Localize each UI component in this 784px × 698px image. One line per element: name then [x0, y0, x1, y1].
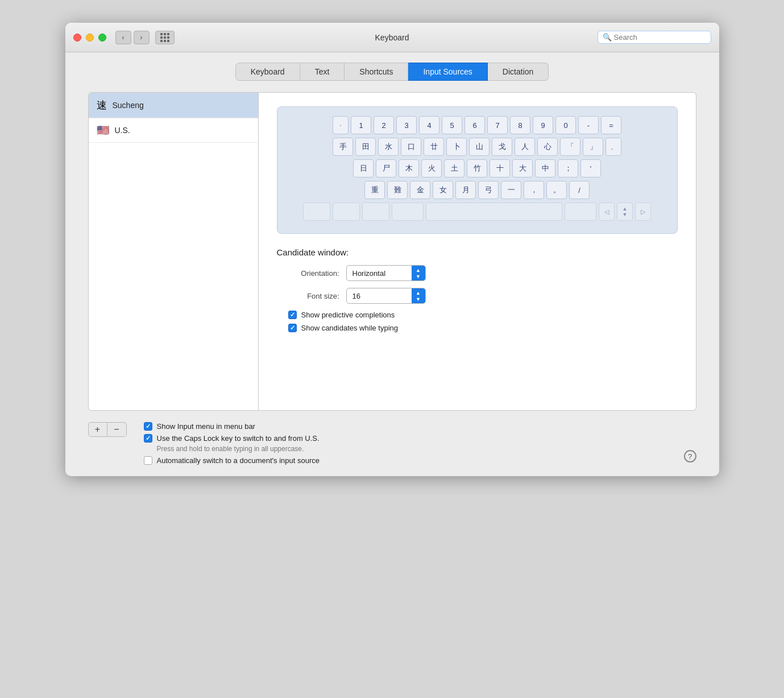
orientation-label: Orientation: [288, 269, 339, 278]
kbd-key-comma3[interactable]: ， [524, 181, 544, 199]
kbd-key-zhong2[interactable]: 重 [364, 181, 385, 199]
kbd-key-3[interactable]: 3 [396, 116, 417, 134]
kbd-key-tian[interactable]: 田 [355, 138, 376, 156]
font-size-select[interactable]: 16 ▲ ▼ [346, 288, 426, 304]
kbd-key-shan[interactable]: 山 [469, 138, 490, 156]
main-panel: · 1 2 3 4 5 6 7 8 9 0 - = 手 田 [259, 92, 696, 411]
content-area: 速 Sucheng 🇺🇸 U.S. · 1 2 3 4 5 6 [88, 92, 696, 411]
kbd-key-ri[interactable]: 日 [353, 159, 374, 177]
kbd-key-nv[interactable]: 女 [433, 181, 453, 199]
predictive-label: Show predictive completions [301, 311, 395, 319]
sucheng-label: Sucheng [113, 101, 144, 110]
kbd-key-0[interactable]: 0 [555, 116, 576, 134]
kbd-key-8[interactable]: 8 [510, 116, 530, 134]
kbd-row-1: · 1 2 3 4 5 6 7 8 9 0 - = [289, 116, 666, 134]
show-input-menu-checkbox[interactable]: ✓ [144, 422, 152, 431]
remove-input-button[interactable]: − [107, 422, 127, 437]
orientation-arrows[interactable]: ▲ ▼ [412, 266, 425, 280]
kbd-key-jin[interactable]: 金 [410, 181, 430, 199]
sidebar-item-sucheng[interactable]: 速 Sucheng [89, 93, 258, 118]
sidebar: 速 Sucheng 🇺🇸 U.S. [88, 92, 259, 411]
kbd-key-comma2[interactable]: 、 [605, 138, 621, 156]
kbd-key-9[interactable]: 9 [533, 116, 553, 134]
kbd-row-2: 手 田 水 口 廿 卜 山 戈 人 心 「 」 、 [289, 138, 666, 156]
font-size-arrows[interactable]: ▲ ▼ [412, 288, 425, 303]
sucheng-icon: 速 [97, 98, 107, 112]
grid-button[interactable] [155, 31, 175, 44]
predictive-checkbox[interactable]: ✓ [288, 311, 297, 319]
minimize-button[interactable] [86, 34, 94, 42]
kbd-key-nan[interactable]: 難 [387, 181, 408, 199]
add-input-button[interactable]: + [88, 422, 107, 437]
search-input[interactable] [614, 33, 706, 42]
main-window: ‹ › Keyboard 🔍 Keyboard Text Shortcuts I… [65, 23, 719, 476]
kbd-key-kou[interactable]: 口 [401, 138, 421, 156]
kbd-key-shi[interactable]: 尸 [376, 159, 396, 177]
candidates-typing-check-icon: ✓ [290, 324, 295, 332]
tab-input-sources[interactable]: Input Sources [408, 63, 487, 81]
kbd-key-semicolon[interactable]: ； [558, 159, 578, 177]
tab-shortcuts[interactable]: Shortcuts [345, 63, 408, 81]
kbd-key-rbracket[interactable]: 」 [583, 138, 603, 156]
kbd-key-up-down[interactable]: ▲ ▼ [617, 203, 633, 221]
caps-lock-checkbox[interactable]: ✓ [144, 434, 152, 443]
kbd-key-tu[interactable]: 土 [444, 159, 464, 177]
kbd-key-shi2[interactable]: 十 [490, 159, 510, 177]
kbd-key-dot[interactable]: · [333, 116, 349, 134]
kbd-key-period2[interactable]: 。 [546, 181, 567, 199]
orientation-select[interactable]: Horizontal ▲ ▼ [346, 265, 426, 281]
kbd-key-bu[interactable]: 卜 [446, 138, 467, 156]
tab-keyboard[interactable]: Keyboard [235, 63, 300, 81]
kbd-key-ctrl[interactable] [333, 203, 360, 221]
kbd-row-3: 日 尸 木 火 土 竹 十 大 中 ； ' [289, 159, 666, 177]
kbd-key-1[interactable]: 1 [351, 116, 371, 134]
kbd-key-mu[interactable]: 木 [399, 159, 419, 177]
kbd-key-space[interactable] [426, 203, 562, 221]
kbd-key-shou[interactable]: 手 [333, 138, 353, 156]
kbd-key-minus[interactable]: - [578, 116, 599, 134]
kbd-key-6[interactable]: 6 [464, 116, 485, 134]
kbd-key-lbracket[interactable]: 「 [560, 138, 580, 156]
orientation-row: Orientation: Horizontal ▲ ▼ [277, 265, 678, 281]
kbd-key-left[interactable]: ◁ [599, 203, 615, 221]
help-button[interactable]: ? [684, 450, 696, 462]
kbd-key-xin[interactable]: 心 [537, 138, 558, 156]
kbd-key-cmd-l[interactable] [392, 203, 424, 221]
kbd-key-zhu[interactable]: 竹 [467, 159, 487, 177]
kbd-key-cmd-r[interactable] [565, 203, 596, 221]
sidebar-item-us[interactable]: 🇺🇸 U.S. [89, 118, 258, 143]
kbd-key-equals[interactable]: = [601, 116, 621, 134]
back-button[interactable]: ‹ [115, 31, 131, 44]
kbd-key-nian[interactable]: 廿 [424, 138, 444, 156]
maximize-button[interactable] [98, 34, 106, 42]
close-button[interactable] [73, 34, 81, 42]
kbd-key-ge[interactable]: 戈 [492, 138, 512, 156]
kbd-key-yi[interactable]: 一 [501, 181, 521, 199]
kbd-key-gong[interactable]: 弓 [478, 181, 499, 199]
kbd-key-2[interactable]: 2 [374, 116, 394, 134]
kbd-row-5: ◁ ▲ ▼ ▷ [289, 203, 666, 221]
forward-button[interactable]: › [134, 31, 150, 44]
predictive-row: ✓ Show predictive completions [277, 311, 678, 319]
kbd-key-alt[interactable] [362, 203, 389, 221]
kbd-key-da[interactable]: 大 [512, 159, 533, 177]
kbd-key-right[interactable]: ▷ [635, 203, 651, 221]
kbd-key-zhong[interactable]: 中 [535, 159, 555, 177]
kbd-key-7[interactable]: 7 [487, 116, 508, 134]
kbd-key-slash[interactable]: / [569, 181, 590, 199]
kbd-key-quote[interactable]: ' [580, 159, 601, 177]
us-flag-icon: 🇺🇸 [97, 124, 109, 137]
candidates-typing-checkbox[interactable]: ✓ [288, 324, 297, 332]
kbd-key-shui[interactable]: 水 [378, 138, 399, 156]
tab-dictation[interactable]: Dictation [488, 63, 549, 81]
kbd-key-huo[interactable]: 火 [421, 159, 442, 177]
auto-switch-checkbox[interactable] [144, 456, 152, 465]
search-box[interactable]: 🔍 [598, 31, 711, 44]
tab-text[interactable]: Text [300, 63, 345, 81]
kbd-key-ren[interactable]: 人 [515, 138, 535, 156]
candidates-typing-label: Show candidates while typing [301, 324, 399, 332]
kbd-key-fn[interactable] [303, 203, 330, 221]
kbd-key-5[interactable]: 5 [442, 116, 462, 134]
kbd-key-4[interactable]: 4 [419, 116, 439, 134]
kbd-key-yue[interactable]: 月 [455, 181, 476, 199]
